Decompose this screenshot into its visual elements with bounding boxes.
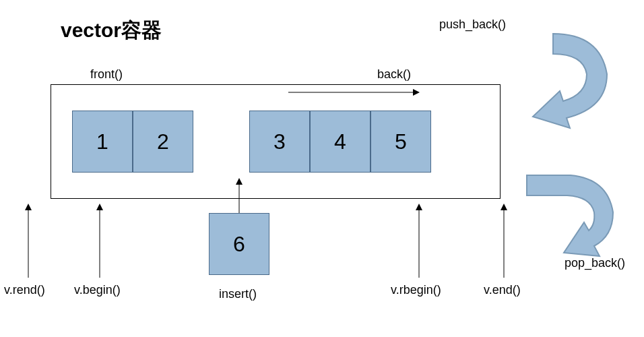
cell-6: 6 (209, 213, 269, 275)
vbegin-arrow-icon (93, 204, 106, 278)
svg-marker-11 (501, 204, 507, 210)
vend-arrow-icon (497, 204, 511, 278)
label-front: front() (90, 67, 123, 82)
pop-back-arrow-icon (513, 162, 635, 270)
label-insert: insert() (219, 287, 257, 301)
push-back-arrow-icon (506, 27, 620, 135)
vrbegin-arrow-icon (412, 204, 426, 278)
vrend-arrow-icon (22, 204, 35, 278)
svg-marker-5 (25, 204, 32, 210)
label-back: back() (377, 67, 411, 82)
svg-marker-7 (96, 204, 103, 210)
diagram-title: vector容器 (61, 17, 162, 44)
label-vrbegin: v.rbegin() (391, 283, 441, 297)
cell-4: 4 (310, 111, 371, 173)
svg-marker-1 (413, 89, 420, 96)
insert-arrow-icon (232, 178, 246, 213)
svg-marker-9 (416, 204, 422, 210)
svg-marker-3 (236, 178, 243, 185)
label-vend: v.end() (484, 283, 521, 297)
cell-3: 3 (249, 111, 310, 173)
cell-1: 1 (72, 111, 133, 173)
label-push-back: push_back() (439, 18, 506, 32)
cell-2: 2 (133, 111, 193, 173)
label-vrend: v.rend() (4, 283, 45, 297)
back-arrow-icon (288, 86, 420, 98)
cell-5: 5 (371, 111, 431, 173)
label-vbegin: v.begin() (74, 283, 121, 297)
